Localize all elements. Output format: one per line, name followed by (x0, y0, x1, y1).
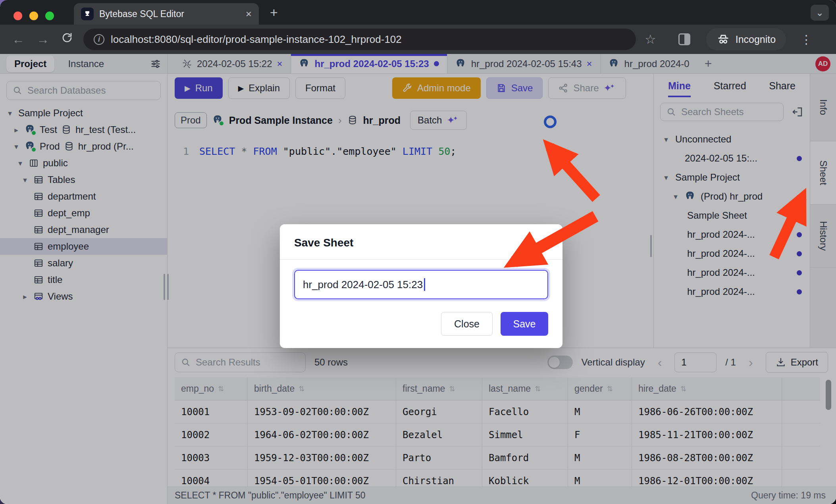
address-bar[interactable]: i localhost:8080/sql-editor/prod-sample-… (83, 29, 636, 50)
close-dialog-icon[interactable]: × (541, 236, 548, 250)
browser-tab[interactable]: Bytebase SQL Editor × (74, 3, 259, 25)
tab-search-chevron-button[interactable]: ⌄ (811, 5, 829, 21)
save-sheet-dialog: Save Sheet × hr_prod 2024-02-05 15:23 Cl… (280, 224, 562, 348)
bytebase-favicon (81, 8, 94, 20)
browser-menu-icon[interactable]: ⋮ (800, 33, 812, 46)
new-tab-button[interactable]: + (270, 5, 278, 20)
dialog-buttons: Close Save (294, 312, 548, 336)
screen: Bytebase SQL Editor × + ⌄ ← → i localhos… (0, 0, 836, 504)
forward-icon[interactable]: → (37, 32, 49, 47)
browser-tabstrip: Bytebase SQL Editor × + ⌄ (0, 0, 836, 25)
close-tab-icon[interactable]: × (246, 9, 252, 19)
dialog-title: Save Sheet (294, 237, 353, 249)
browser-toolbar: ← → i localhost:8080/sql-editor/prod-sam… (0, 25, 836, 54)
close-window-button[interactable] (13, 12, 22, 20)
reload-icon[interactable] (61, 32, 73, 47)
browser-window: Bytebase SQL Editor × + ⌄ ← → i localhos… (0, 0, 836, 504)
bookmark-star-icon[interactable]: ☆ (645, 32, 656, 47)
incognito-icon (717, 33, 730, 46)
back-icon[interactable]: ← (12, 32, 25, 47)
incognito-label: Incognito (736, 34, 776, 45)
window-controls (13, 12, 54, 20)
site-info-icon[interactable]: i (94, 34, 104, 45)
dialog-divider (280, 259, 562, 260)
side-panel-icon[interactable] (678, 33, 690, 45)
close-button[interactable]: Close (441, 312, 493, 336)
sheet-name-input[interactable]: hr_prod 2024-02-05 15:23 (294, 270, 548, 299)
text-cursor (424, 278, 425, 291)
url-text: localhost:8080/sql-editor/prod-sample-in… (111, 33, 402, 46)
maximize-window-button[interactable] (45, 12, 54, 20)
incognito-badge: Incognito (706, 28, 786, 50)
browser-tab-title: Bytebase SQL Editor (99, 9, 240, 19)
dialog-header: Save Sheet × (294, 236, 548, 250)
minimize-window-button[interactable] (29, 12, 38, 20)
sheet-name-value: hr_prod 2024-02-05 15:23 (303, 279, 423, 291)
save-confirm-button[interactable]: Save (501, 312, 548, 336)
